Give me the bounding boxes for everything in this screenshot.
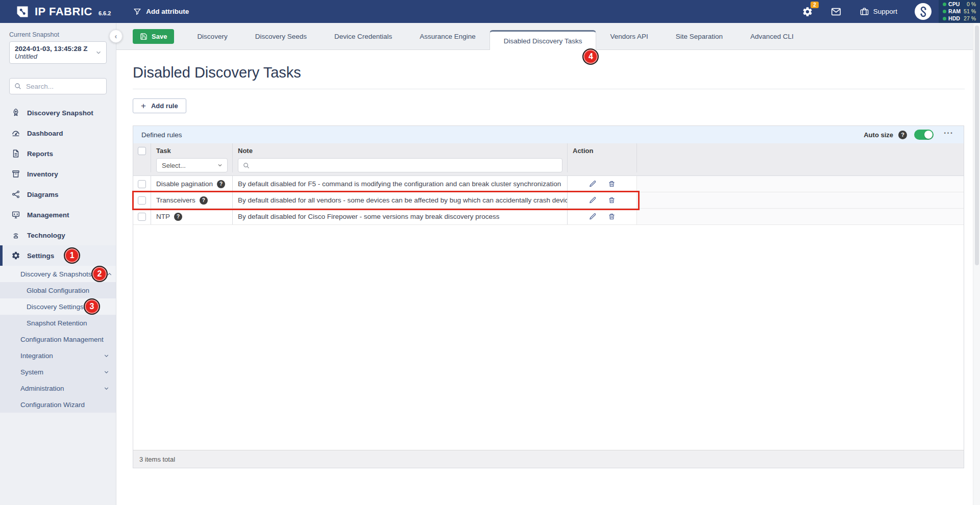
sidebar-item-diagrams[interactable]: Diagrams — [0, 184, 116, 205]
edit-button[interactable] — [589, 180, 597, 188]
table-row-transceivers: Transceivers ? By default disabled for a… — [133, 192, 964, 209]
sidebar-search-input[interactable] — [9, 78, 107, 94]
snapshot-select[interactable]: 2024-01-03, 13:45:28 Z Untitled — [9, 41, 107, 64]
sidebar-item-label: Inventory — [27, 170, 58, 178]
sidebar-item-global-configuration[interactable]: Global Configuration — [0, 282, 116, 298]
task-name: Disable pagination — [156, 180, 213, 188]
row-checkbox[interactable] — [138, 180, 146, 188]
app-logo[interactable]: IP FABRIC 6.6.2 — [0, 5, 124, 19]
search-icon — [242, 162, 250, 169]
tab-advanced-cli[interactable]: Advanced CLI — [737, 23, 807, 49]
sidebar-item-label: Technology — [27, 232, 65, 239]
title-divider — [133, 89, 965, 89]
envelope-icon — [830, 6, 842, 17]
row-checkbox[interactable] — [138, 213, 146, 221]
column-header-task[interactable]: Task — [151, 143, 232, 158]
help-icon[interactable]: ? — [898, 131, 907, 139]
sidebar-item-technology[interactable]: Technology — [0, 225, 116, 245]
sidebar-item-configuration-wizard[interactable]: Configuration Wizard — [0, 396, 116, 413]
panel-menu-button[interactable]: ··· — [941, 129, 957, 141]
tab-device-credentials[interactable]: Device Credentials — [321, 23, 406, 49]
page-scrollbar[interactable] — [973, 23, 980, 505]
sidebar-item-label: Integration — [20, 352, 53, 360]
ram-stat: RAM 51 % — [943, 8, 976, 15]
delete-button[interactable] — [608, 213, 616, 220]
floppy-disk-icon — [140, 33, 148, 40]
support-label: Support — [873, 8, 897, 15]
sidebar-collapse-button[interactable]: ‹ — [109, 30, 122, 43]
table-row-disable-pagination: Disable pagination ? By default disabled… — [133, 176, 964, 192]
tab-discovery-seeds[interactable]: Discovery Seeds — [241, 23, 321, 49]
main-content: Save Discovery Discovery Seeds Device Cr… — [116, 23, 980, 505]
messages-button[interactable] — [822, 6, 850, 17]
save-button[interactable]: Save — [133, 29, 174, 44]
snapshot-date: 2024-01-03, 13:45:28 Z — [15, 45, 93, 53]
note-filter-field — [238, 158, 562, 172]
sidebar-item-inventory[interactable]: Inventory — [0, 164, 116, 184]
rule-note: By default disabled for F5 - command is … — [232, 176, 567, 192]
sidebar-item-administration[interactable]: Administration — [0, 380, 116, 396]
rule-note: By default disabled for Cisco Firepower … — [232, 209, 567, 224]
chevron-down-icon — [103, 385, 110, 392]
sidebar-item-label: Discovery Snapshot — [27, 109, 93, 117]
delete-button[interactable] — [608, 180, 616, 188]
sidebar-item-dashboard[interactable]: Dashboard — [0, 123, 116, 143]
notification-badge: 2 — [811, 2, 819, 8]
sidebar-item-label: Administration — [20, 385, 64, 392]
add-rule-button[interactable]: + Add rule — [133, 98, 186, 113]
rule-note: By default disabled for all vendors - so… — [232, 192, 567, 208]
items-total: 3 items total — [133, 450, 964, 468]
help-icon[interactable]: ? — [217, 180, 225, 188]
add-attribute-button[interactable]: Add attribute — [124, 0, 198, 23]
sidebar-item-discovery-and-snapshots[interactable]: Discovery & Snapshots 2 — [0, 266, 116, 282]
tab-site-separation[interactable]: Site Separation — [662, 23, 737, 49]
sidebar-item-label: Configuration Management — [20, 336, 104, 343]
chevron-down-icon — [217, 162, 223, 168]
panel-title: Defined rules — [141, 131, 182, 139]
sidebar-item-label: Management — [27, 211, 69, 219]
annotation-badge-2: 2 — [91, 266, 108, 282]
task-name: Transceivers — [156, 196, 195, 204]
sidebar-item-integration[interactable]: Integration — [0, 347, 116, 364]
sidebar-item-system[interactable]: System — [0, 364, 116, 380]
cpu-stat: CPU 0 % — [943, 1, 976, 8]
sidebar-item-management[interactable]: Management — [0, 205, 116, 225]
ipfabric-logo-icon — [15, 5, 30, 19]
help-icon[interactable]: ? — [200, 196, 208, 205]
system-settings-button[interactable]: 2 — [793, 6, 822, 17]
snapshot-name: Untitled — [15, 53, 93, 60]
help-icon[interactable]: ? — [174, 213, 182, 221]
auto-size-toggle[interactable] — [914, 130, 934, 140]
edit-button[interactable] — [589, 213, 597, 220]
support-button[interactable]: Support — [850, 7, 906, 16]
defined-rules-panel: Defined rules Auto size ? ··· Task — [133, 125, 964, 468]
sidebar-item-snapshot-retention[interactable]: Snapshot Retention — [0, 315, 116, 331]
select-all-checkbox[interactable] — [138, 147, 146, 155]
delete-button[interactable] — [608, 196, 616, 204]
sidebar-item-discovery-settings[interactable]: Discovery Settings 3 — [0, 298, 116, 315]
monitor-icon — [11, 210, 20, 219]
tab-vendors-api[interactable]: Vendors API — [596, 23, 662, 49]
annotation-badge-1: 1 — [64, 247, 80, 264]
user-avatar[interactable] — [915, 3, 932, 20]
sidebar-item-configuration-management[interactable]: Configuration Management — [0, 331, 116, 347]
edit-button[interactable] — [589, 196, 597, 204]
hdd-stat: HDD 27 % — [943, 15, 976, 22]
sidebar-item-label: Reports — [27, 150, 53, 158]
select-all-checkbox-cell — [133, 143, 151, 158]
sidebar-item-discovery-snapshot[interactable]: Discovery Snapshot — [0, 103, 116, 123]
app-version: 6.6.2 — [99, 10, 111, 16]
column-header-note[interactable]: Note — [232, 143, 567, 158]
panel-empty-area — [133, 225, 964, 450]
tab-discovery[interactable]: Discovery — [183, 23, 241, 49]
tab-disabled-discovery-tasks[interactable]: Disabled Discovery Tasks 4 — [489, 30, 597, 50]
row-checkbox[interactable] — [138, 196, 146, 205]
sidebar-item-reports[interactable]: Reports — [0, 143, 116, 164]
scrollbar-thumb[interactable] — [975, 26, 979, 265]
tab-assurance-engine[interactable]: Assurance Engine — [406, 23, 489, 49]
note-filter-input[interactable] — [238, 159, 562, 172]
sidebar-item-label: Discovery Settings — [27, 303, 84, 311]
task-filter-select[interactable]: Select... — [156, 158, 228, 172]
add-rule-label: Add rule — [151, 102, 178, 110]
sidebar-item-settings[interactable]: Settings 1 — [0, 245, 116, 266]
